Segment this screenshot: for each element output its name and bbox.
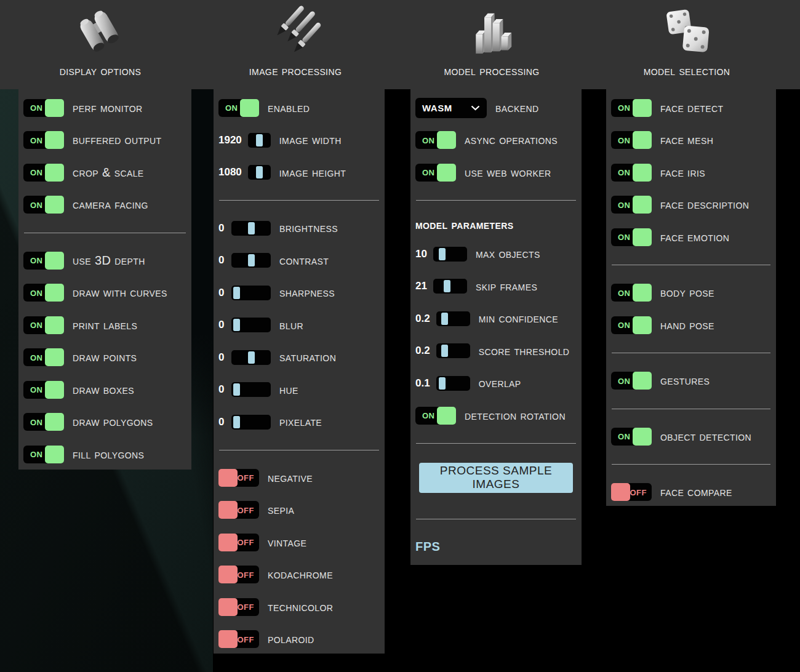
slider-image-width[interactable] xyxy=(248,133,271,148)
process-sample-images-button[interactable]: PROCESS SAMPLE IMAGES xyxy=(419,463,573,493)
slider-pixelate[interactable] xyxy=(231,415,271,430)
divider-line xyxy=(416,519,576,519)
toggle-draw-with-curves[interactable]: ON xyxy=(23,284,64,302)
toggle-fill-polygons[interactable]: ON xyxy=(23,446,64,463)
slider-value: 0 xyxy=(218,254,225,266)
toggle-knob xyxy=(45,196,64,214)
slider-blur[interactable] xyxy=(231,318,271,332)
toggle-crop-scale[interactable]: ON xyxy=(23,164,64,182)
toggle-object-detection[interactable]: ON xyxy=(611,428,652,446)
slider-knob[interactable] xyxy=(439,377,446,390)
toggle-face-iris[interactable]: ON xyxy=(611,164,652,182)
slider-knob[interactable] xyxy=(248,351,255,364)
option-label: enabled xyxy=(268,101,310,115)
option-label: draw points xyxy=(73,350,137,364)
menu-button-model-selection[interactable]: model selection xyxy=(616,0,758,89)
toggle-negative[interactable]: OFF xyxy=(218,469,259,487)
slider-knob[interactable] xyxy=(248,222,255,234)
toggle-state-label: OFF xyxy=(238,570,255,579)
option-label: face mesh xyxy=(660,133,713,147)
toggle-face-compare[interactable]: OFF xyxy=(611,483,652,501)
slider-image-height[interactable] xyxy=(248,165,271,180)
toggle-knob xyxy=(45,446,64,463)
slider-knob[interactable] xyxy=(256,166,263,178)
toggle-camera-facing[interactable]: ON xyxy=(23,196,64,214)
slider-value: 21 xyxy=(415,280,427,292)
slider-knob[interactable] xyxy=(441,313,448,325)
toggle-sepia[interactable]: OFF xyxy=(218,501,259,519)
toggle-kodachrome[interactable]: OFF xyxy=(218,566,259,583)
slider-max-objects[interactable] xyxy=(433,247,467,262)
option-label: score threshold xyxy=(479,344,570,358)
menu-button-model-processing[interactable]: model processing xyxy=(421,0,562,89)
toggle-state-label: ON xyxy=(30,168,43,177)
toggle-state-label: ON xyxy=(618,321,631,330)
toggle-detection-rotation[interactable]: ON xyxy=(415,407,456,425)
toggle-draw-points[interactable]: ON xyxy=(23,348,64,366)
toggle-face-description[interactable]: ON xyxy=(611,196,652,214)
slider-knob[interactable] xyxy=(444,280,450,292)
toggle-print-labels[interactable]: ON xyxy=(23,316,64,334)
slider-value: 0.2 xyxy=(415,313,430,325)
menu-button-display-options[interactable]: display options xyxy=(30,0,171,89)
option-label: max objects xyxy=(476,247,540,261)
toggle-state-label: OFF xyxy=(238,538,255,547)
slider-knob[interactable] xyxy=(441,345,448,357)
option-label: vintage xyxy=(268,535,306,550)
toggle-state-label: ON xyxy=(618,135,631,145)
bar-chart-icon xyxy=(421,0,562,62)
option-label: pixelate xyxy=(279,415,322,429)
slider-hue[interactable] xyxy=(231,382,271,397)
option-label: perf monitor xyxy=(73,101,143,115)
slider-knob[interactable] xyxy=(248,254,255,266)
toggle-polaroid[interactable]: OFF xyxy=(218,630,259,648)
toggle-state-label: OFF xyxy=(238,505,255,514)
toggle-perf-monitor[interactable]: ON xyxy=(23,99,64,117)
slider-saturation[interactable] xyxy=(231,350,271,365)
toggle-state-label: ON xyxy=(422,135,435,145)
toggle-buffered-output[interactable]: ON xyxy=(23,131,64,149)
slider-knob[interactable] xyxy=(439,248,446,260)
toggle-async-operations[interactable]: ON xyxy=(415,131,456,149)
toggle-state-label: ON xyxy=(30,135,43,145)
toggle-body-pose[interactable]: ON xyxy=(611,284,652,302)
toggle-state-label: ON xyxy=(30,288,43,297)
toggle-draw-boxes[interactable]: ON xyxy=(23,381,64,399)
toggle-face-detect[interactable]: ON xyxy=(611,99,652,117)
toggle-enabled[interactable]: ON xyxy=(218,99,259,117)
slider-knob[interactable] xyxy=(233,383,240,396)
slider-knob[interactable] xyxy=(233,416,240,428)
toggle-knob xyxy=(45,413,64,431)
option-label: fill polygons xyxy=(73,447,144,462)
toggle-technicolor[interactable]: OFF xyxy=(218,598,259,616)
option-label: negative xyxy=(268,471,313,485)
toggle-face-emotion[interactable]: ON xyxy=(611,228,652,246)
slider-knob[interactable] xyxy=(256,134,263,146)
option-label: face compare xyxy=(660,485,732,499)
toggle-vintage[interactable]: OFF xyxy=(218,534,259,551)
option-label: crop & scale xyxy=(73,166,144,180)
slider-knob[interactable] xyxy=(233,319,240,331)
toggle-draw-polygons[interactable]: ON xyxy=(23,413,64,431)
toggle-gestures[interactable]: ON xyxy=(611,372,652,390)
toggle-hand-pose[interactable]: ON xyxy=(611,316,652,334)
slider-min-confidence[interactable] xyxy=(436,311,470,326)
slider-skip-frames[interactable] xyxy=(433,279,467,294)
slider-score-threshold[interactable] xyxy=(436,343,470,358)
toggle-knob xyxy=(45,131,64,149)
toggle-state-label: ON xyxy=(30,417,43,426)
option-label: draw polygons xyxy=(73,415,153,429)
toggle-use-web-worker[interactable]: ON xyxy=(415,164,456,182)
slider-overlap[interactable] xyxy=(436,376,470,391)
slider-knob[interactable] xyxy=(233,287,240,299)
dice-icon xyxy=(616,0,758,62)
slider-contrast[interactable] xyxy=(231,253,271,268)
toggle-state-label: ON xyxy=(30,353,43,362)
slider-sharpness[interactable] xyxy=(231,286,271,300)
toggle-use-3d-depth[interactable]: ON xyxy=(23,252,64,270)
slider-brightness[interactable] xyxy=(231,221,271,236)
background-art-strip xyxy=(191,89,214,437)
menu-button-image-processing[interactable]: image processing xyxy=(225,0,366,89)
toggle-face-mesh[interactable]: ON xyxy=(611,131,652,149)
backend-select[interactable]: WASM xyxy=(415,98,487,118)
